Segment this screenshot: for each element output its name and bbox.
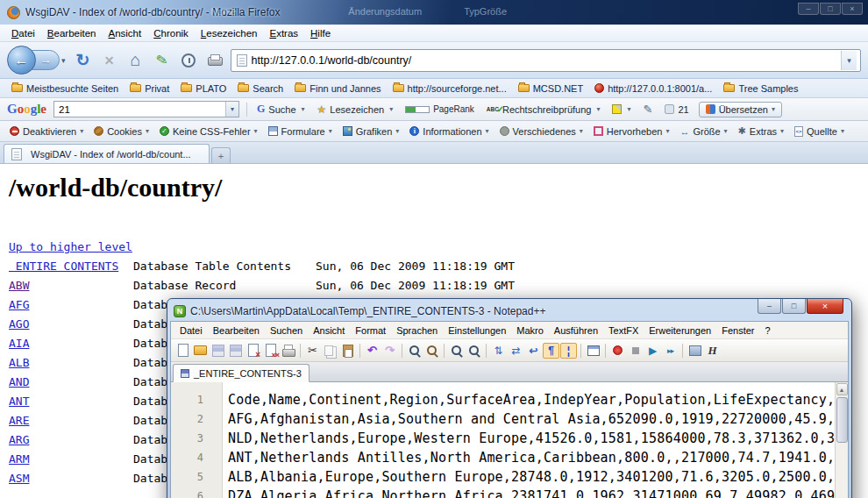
document-tab[interactable]: _ENTIRE_CONTENTS-3	[173, 364, 309, 382]
new-tab-button[interactable]	[211, 147, 231, 163]
zoom-in-icon[interactable]	[448, 343, 465, 359]
up-to-higher-level-link[interactable]: Up to higher level	[9, 238, 132, 257]
translate-button[interactable]: Übersetzen	[699, 102, 782, 117]
record-macro-icon[interactable]	[609, 343, 626, 359]
url-input[interactable]: http://127.0.0.1/world-db/country/	[252, 54, 841, 67]
webdev-menu-item[interactable]: Keine CSS-Fehler	[155, 125, 262, 139]
entry-link[interactable]: AIA	[9, 334, 133, 353]
text-editor[interactable]: 1 Code,Name,Continent,Region,SurfaceArea…	[171, 382, 835, 498]
webdev-menu-item[interactable]: Extras	[734, 124, 788, 139]
entry-link[interactable]: ARM	[9, 450, 133, 469]
menu-item[interactable]: Ansicht	[308, 324, 350, 338]
bookmark-item[interactable]: http://127.0.0.1:8001/a...	[590, 82, 716, 95]
close-doc-icon[interactable]	[245, 343, 261, 359]
play-multi-icon[interactable]	[662, 343, 679, 359]
html-preview-icon[interactable]	[704, 343, 721, 359]
webdev-menu-item[interactable]: Cookies	[89, 125, 153, 139]
entry-link[interactable]: ARG	[9, 430, 133, 450]
tab-wsgidav[interactable]: WsgiDAV - Index of /world-db/count...	[4, 144, 210, 163]
menu-item[interactable]: Ausführen	[549, 324, 603, 338]
paste-icon[interactable]	[339, 343, 356, 359]
bookmark-item[interactable]: Finn und Jannes	[290, 82, 385, 95]
webdev-menu-item[interactable]: Informationen	[405, 125, 493, 139]
webdev-menu-item[interactable]: Grafiken	[338, 125, 404, 139]
entry-link[interactable]: AGO	[9, 315, 133, 334]
entry-link[interactable]: ANT	[9, 392, 133, 411]
menu-item[interactable]: Datei	[5, 26, 41, 40]
search-dropdown-icon[interactable]	[225, 102, 238, 117]
entry-link[interactable]: AFG	[9, 295, 133, 315]
refresh-icon[interactable]	[73, 50, 94, 71]
bookmark-item[interactable]: Meistbesuchte Seiten	[7, 82, 123, 95]
stop-icon[interactable]	[99, 50, 120, 71]
counter-button[interactable]: 21	[662, 103, 691, 117]
separator[interactable]	[605, 344, 606, 358]
sync-scroll-v-icon[interactable]	[490, 343, 507, 359]
cut-icon[interactable]	[304, 343, 321, 359]
print-icon[interactable]	[280, 343, 296, 359]
stop-macro-icon[interactable]	[627, 343, 644, 359]
menu-item[interactable]: Makro	[511, 324, 549, 338]
url-history-dropdown-icon[interactable]	[841, 51, 857, 70]
close-button[interactable]: ×	[807, 299, 843, 314]
undo-icon[interactable]	[364, 343, 381, 359]
google-search-input[interactable]: 21	[54, 104, 225, 115]
home-icon[interactable]	[125, 50, 146, 71]
maximize-button[interactable]: □	[782, 299, 806, 314]
edit-button[interactable]	[640, 101, 655, 117]
sync-scroll-h-icon[interactable]	[508, 343, 524, 359]
notepadpp-titlebar[interactable]: C:\Users\Martin\AppData\Local\Temp\_ENTI…	[170, 299, 849, 321]
separator[interactable]	[359, 344, 360, 358]
save-all-icon[interactable]	[227, 343, 244, 359]
editor-scrollbar[interactable]	[835, 382, 848, 498]
close-all-docs-icon[interactable]	[262, 343, 279, 359]
separator[interactable]	[486, 344, 487, 358]
separator[interactable]	[402, 344, 402, 358]
menu-item[interactable]: Erweiterungen	[644, 324, 716, 338]
replace-icon[interactable]	[423, 343, 440, 359]
webdev-menu-item[interactable]: Verschiedenes	[495, 125, 587, 139]
word-wrap-icon[interactable]	[525, 343, 542, 359]
open-folder-icon[interactable]	[192, 343, 209, 359]
menu-item[interactable]: Chronik	[147, 26, 195, 40]
firefox-titlebar[interactable]: WsgiDAV - Index of /world-db/country/ - …	[0, 0, 868, 25]
entry-link[interactable]: ALB	[9, 353, 133, 373]
separator[interactable]	[444, 344, 445, 358]
webdev-menu-item[interactable]: Größe	[675, 125, 731, 139]
zoom-out-icon[interactable]	[466, 343, 482, 359]
quill-extension-icon[interactable]	[152, 50, 173, 71]
redo-icon[interactable]	[381, 343, 398, 359]
entry-link[interactable]: ASM	[9, 469, 133, 488]
menu-item[interactable]: Bearbeiten	[208, 324, 265, 338]
bookmark-item[interactable]: Privat	[125, 82, 174, 95]
webdev-menu-item[interactable]: Hervorheben	[589, 125, 674, 139]
scroll-up-icon[interactable]	[836, 383, 848, 395]
menu-item[interactable]: Bearbeiten	[41, 26, 103, 40]
print-icon[interactable]	[207, 54, 223, 67]
show-all-chars-icon[interactable]	[543, 343, 559, 359]
new-file-icon[interactable]	[174, 343, 191, 359]
menu-item[interactable]: ?	[759, 324, 775, 338]
back-button[interactable]	[7, 46, 36, 75]
bookmark-item[interactable]: MCSD.NET	[514, 82, 587, 95]
separator[interactable]	[682, 344, 683, 358]
google-search-button[interactable]: Suche	[254, 101, 308, 117]
bookmarks-button[interactable]: Lesezeichen	[315, 102, 396, 117]
menu-item[interactable]: Format	[350, 324, 391, 338]
separator[interactable]	[580, 344, 581, 358]
entry-link[interactable]: ABW	[9, 276, 133, 295]
entry-link[interactable]: ARE	[9, 411, 133, 430]
indent-guide-icon[interactable]	[560, 343, 577, 359]
user-dialog-icon[interactable]	[585, 343, 601, 359]
webdev-menu-item[interactable]: Quellte	[790, 125, 849, 139]
menu-item[interactable]: Ansicht	[103, 26, 148, 40]
bookmark-item[interactable]: http://sourceforge.net...	[388, 82, 511, 95]
menu-item[interactable]: Einstellungen	[443, 324, 511, 338]
bookmark-item[interactable]: Tree Samples	[719, 82, 802, 95]
menu-item[interactable]: Datei	[174, 324, 208, 338]
save-icon[interactable]	[210, 343, 226, 359]
separator[interactable]	[300, 344, 301, 358]
history-dropdown-icon[interactable]	[60, 56, 68, 65]
menu-item[interactable]: Lesezeichen	[195, 26, 264, 40]
menu-item[interactable]: Hilfe	[304, 26, 337, 40]
